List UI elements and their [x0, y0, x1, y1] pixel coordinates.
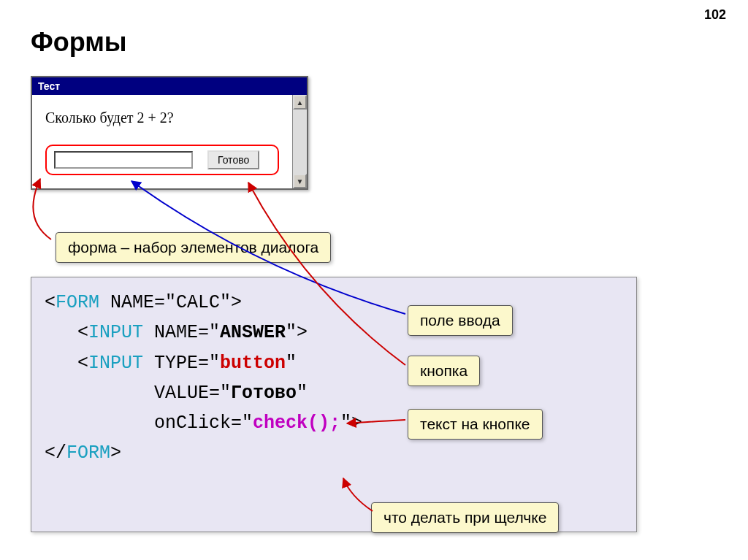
page-title: Формы: [31, 27, 127, 58]
form-row-highlight: Готово: [45, 145, 279, 175]
scroll-track[interactable]: [293, 110, 307, 174]
window-titlebar: Тест: [32, 77, 307, 95]
code-block: <FORM NAME="CALC"> <INPUT NAME="ANSWER">…: [31, 277, 637, 532]
callout-input-field: поле ввода: [408, 305, 513, 336]
page-number: 102: [704, 7, 726, 23]
callout-onclick: что делать при щелчке: [371, 502, 559, 533]
ready-button[interactable]: Готово: [207, 150, 259, 169]
question-text: Сколько будет 2 + 2?: [45, 110, 279, 126]
scroll-up-icon[interactable]: ▲: [293, 95, 307, 110]
callout-button: кнопка: [408, 356, 480, 386]
callout-button-text: текст на кнопке: [408, 409, 543, 440]
answer-input[interactable]: [54, 151, 193, 169]
callout-form: форма – набор элементов диалога: [56, 232, 331, 263]
demo-window: Тест Сколько будет 2 + 2? Готово ▲ ▼: [31, 76, 308, 190]
scroll-down-icon[interactable]: ▼: [293, 174, 307, 188]
vertical-scrollbar[interactable]: ▲ ▼: [292, 95, 307, 188]
